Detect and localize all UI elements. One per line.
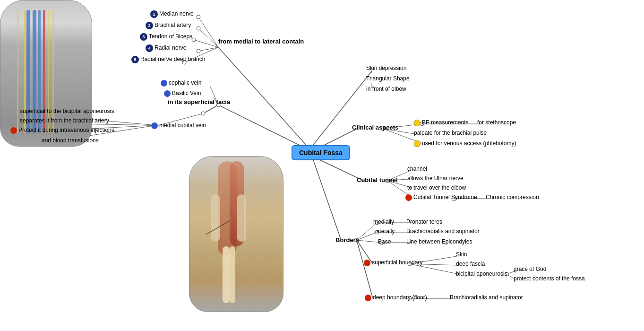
node-basilic-vein: Basilic Vein <box>164 90 201 97</box>
node-channel: channel <box>407 166 427 172</box>
node-allows-ulnar-nerve: allows the Ulnar nerve <box>407 175 464 182</box>
node-skin: Skin <box>456 251 467 258</box>
svg-line-2 <box>198 28 218 47</box>
node-palpate-brachial: palpate for the brachial pulse <box>414 130 487 136</box>
node-cephalic-vein: cephalic vein <box>161 79 201 87</box>
node-for-stethoscope: for stethoscope <box>477 119 516 126</box>
svg-line-0 <box>218 47 312 151</box>
node-deep-fascia: deep fascia <box>456 261 485 267</box>
anatomy-image-left <box>0 0 92 147</box>
node-superficial-facia: in its superficial facia <box>168 98 230 105</box>
node-blood-transfusions: and blood transfusions <box>42 137 99 144</box>
node-used-venous: used for venous access (phlebotomy) <box>414 140 516 147</box>
node-separates-from-brachial: separates it from the brachial artery <box>20 117 109 124</box>
svg-line-30 <box>312 156 341 240</box>
node-base: Base <box>378 238 391 245</box>
svg-line-9 <box>203 105 218 113</box>
svg-line-1 <box>198 17 218 47</box>
node-laterally: Laterally <box>373 228 395 235</box>
node-protect-contents: protect contents of the fossa <box>514 275 585 282</box>
svg-point-46 <box>197 26 200 30</box>
node-superficial-boundary: superficial boundary <box>364 259 422 266</box>
center-node: Cubital Fossa <box>292 145 350 160</box>
svg-point-47 <box>192 38 196 42</box>
node-line-between: Line between Epicondyles <box>406 238 472 245</box>
node-medial-cubital-vein: medial cubital vein <box>151 122 206 129</box>
node-medially: medially <box>373 218 394 225</box>
node-cubital-tunnel: Cubital tunnel <box>357 176 398 183</box>
svg-point-48 <box>197 49 200 53</box>
node-deep-boundary: deep boundary (floor) <box>365 294 427 301</box>
node-chronic-compression: Chronic compression <box>486 194 539 200</box>
svg-line-6 <box>218 105 312 151</box>
node-borders: Borders <box>335 236 359 244</box>
svg-line-3 <box>194 40 218 47</box>
node-triangular-shape: Triangular Shape <box>366 75 410 82</box>
svg-point-45 <box>197 15 200 19</box>
svg-line-15 <box>312 71 372 147</box>
node-radial-nerve-deep: 5Radial nerve deep branch <box>131 56 205 63</box>
node-superficial-bicipital: superficial to the bicipital aponeurosis <box>20 108 114 114</box>
node-radial-nerve: 4Radial nerve <box>146 44 186 52</box>
node-grace-of-god: grace of God <box>514 266 546 272</box>
svg-line-4 <box>198 47 218 51</box>
node-protect-intravenous: Protect it during intravenous injections <box>10 127 114 134</box>
node-brachioradialis: Brachioradialis and supinator <box>406 228 480 235</box>
node-bicipital-aponeurosis: bicipital aponeurosis <box>456 270 507 277</box>
node-median-nerve: 1Median nerve <box>150 10 194 18</box>
mindmap-container: Cubital Fossa from medial to lateral con… <box>0 0 644 331</box>
anatomy-image-right <box>189 156 283 312</box>
node-cubital-tunnel-syndrome: Cubital Tunnel Syndrome <box>405 194 477 201</box>
node-skin-depression: Skin depression <box>366 65 406 71</box>
node-brachioradialis2: Brachioradialis and supinator <box>450 294 523 301</box>
node-clinical-aspects: Clinical aspects <box>352 124 398 131</box>
node-to-travel-over-elbow: to travel over the elbow <box>407 184 466 191</box>
svg-line-43 <box>357 240 373 298</box>
node-in-front-elbow: in front of elbow <box>366 86 406 92</box>
node-from-medial: from medial to lateral contain <box>218 38 304 45</box>
node-pronator-teres: Pronator teres <box>406 218 442 225</box>
node-bp-measurements: BP measurements <box>414 119 469 126</box>
svg-point-51 <box>201 112 205 115</box>
node-tendon-biceps: 3Tendon of Biceps <box>140 33 192 41</box>
node-brachial-artery: 2Brachial artery <box>146 22 191 29</box>
